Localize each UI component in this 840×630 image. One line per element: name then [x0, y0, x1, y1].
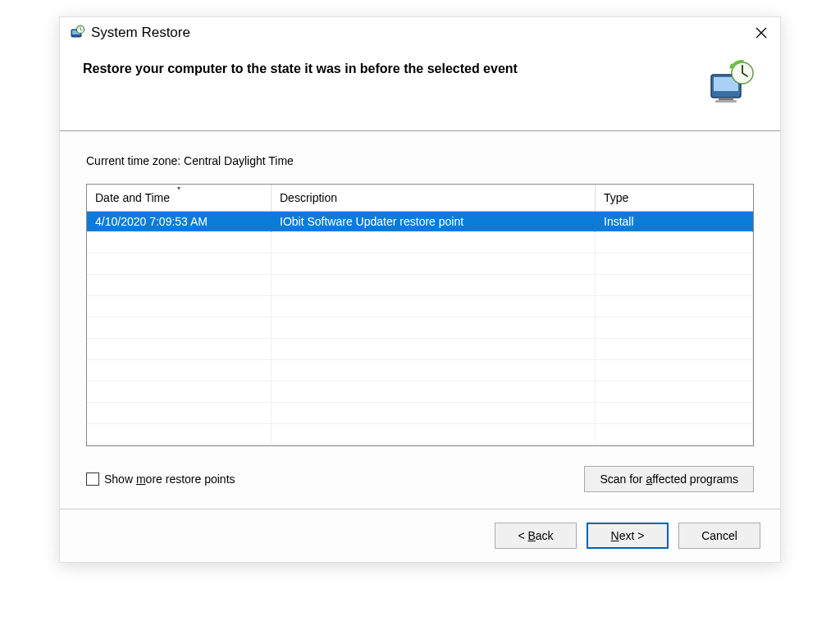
- table-row: [87, 381, 753, 403]
- svg-rect-6: [715, 100, 737, 103]
- window-title: System Restore: [91, 25, 752, 41]
- table-row: [87, 424, 753, 445]
- table-row: [87, 360, 753, 381]
- close-button[interactable]: [752, 24, 770, 42]
- cancel-button[interactable]: Cancel: [678, 523, 760, 549]
- column-header-description[interactable]: Description: [272, 185, 596, 211]
- restore-points-table: ▾ Date and Time Description Type 4/10/20…: [86, 184, 754, 446]
- table-row: [87, 232, 753, 253]
- table-row: [87, 403, 753, 424]
- wizard-heading: Restore your computer to the state it wa…: [83, 58, 705, 76]
- restore-hero-icon: [705, 58, 757, 111]
- system-restore-icon: [70, 25, 84, 40]
- cell-description: IObit Software Updater restore point: [272, 212, 596, 232]
- scan-affected-button[interactable]: Scan for affected programs: [584, 466, 754, 492]
- timezone-label: Current time zone: Central Daylight Time: [86, 154, 754, 167]
- below-grid-row: Show more restore points Scan for affect…: [86, 466, 754, 492]
- wizard-footer: < Back Next > Cancel: [60, 509, 780, 562]
- checkbox-icon: [86, 472, 99, 486]
- table-header: ▾ Date and Time Description Type: [87, 185, 753, 212]
- column-header-datetime[interactable]: ▾ Date and Time: [87, 185, 272, 211]
- table-row: [87, 317, 753, 339]
- wizard-header: Restore your computer to the state it wa…: [60, 45, 780, 131]
- table-row: [87, 253, 753, 275]
- table-row[interactable]: 4/10/2020 7:09:53 AMIObit Software Updat…: [87, 212, 753, 232]
- svg-rect-5: [719, 98, 733, 100]
- cell-datetime: 4/10/2020 7:09:53 AM: [87, 212, 272, 232]
- column-header-type[interactable]: Type: [596, 185, 753, 211]
- show-more-checkbox[interactable]: Show more restore points: [86, 472, 235, 486]
- system-restore-window: System Restore Restore your computer to …: [59, 16, 781, 563]
- titlebar: System Restore: [60, 17, 780, 45]
- next-button[interactable]: Next >: [587, 523, 669, 549]
- cell-type: Install: [596, 212, 753, 232]
- table-row: [87, 296, 753, 317]
- show-more-label: Show more restore points: [104, 472, 235, 486]
- table-body: 4/10/2020 7:09:53 AMIObit Software Updat…: [87, 212, 753, 445]
- table-row: [87, 339, 753, 360]
- back-button[interactable]: < Back: [495, 523, 577, 549]
- sort-desc-icon: ▾: [177, 185, 180, 192]
- table-row: [87, 275, 753, 296]
- wizard-content: Current time zone: Central Daylight Time…: [60, 131, 780, 509]
